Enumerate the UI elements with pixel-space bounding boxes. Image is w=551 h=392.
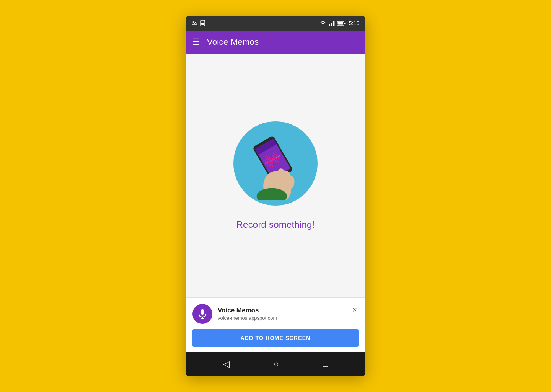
menu-icon[interactable]: ☰ [192, 38, 200, 46]
home-button[interactable]: ○ [274, 359, 279, 369]
sim-status-icon [200, 20, 205, 26]
svg-rect-5 [331, 23, 332, 26]
status-icons: 5:16 [320, 20, 359, 26]
recents-icon: □ [323, 359, 328, 369]
signal-icon [328, 21, 335, 26]
svg-rect-3 [201, 23, 204, 25]
home-icon: ○ [274, 359, 279, 369]
svg-rect-39 [201, 309, 204, 315]
phone-illustration [243, 127, 308, 200]
svg-rect-9 [344, 23, 345, 24]
illustration-circle [233, 121, 318, 206]
banner-top: Voice Memos voice-memos.appspot.com × [192, 304, 359, 324]
banner-app-name: Voice Memos [218, 306, 346, 315]
wifi-icon [320, 21, 326, 26]
app-icon [192, 304, 212, 324]
svg-rect-7 [334, 21, 335, 26]
phone-frame: 5:16 ☰ Voice Memos [186, 16, 365, 376]
back-icon: ◁ [223, 359, 230, 369]
battery-icon [337, 21, 346, 26]
record-text: Record something! [236, 219, 315, 230]
svg-point-1 [193, 21, 194, 23]
banner-text: Voice Memos voice-memos.appspot.com [218, 306, 346, 322]
main-content: Record something! [186, 54, 365, 297]
nav-bar: ◁ ○ □ [186, 352, 365, 376]
image-status-icon [192, 21, 198, 26]
back-button[interactable]: ◁ [223, 359, 230, 369]
svg-rect-6 [333, 21, 334, 26]
recents-button[interactable]: □ [323, 359, 328, 369]
close-button[interactable]: × [351, 304, 359, 316]
toolbar-title: Voice Memos [207, 37, 259, 47]
status-time: 5:16 [349, 20, 359, 26]
bottom-banner: Voice Memos voice-memos.appspot.com × AD… [186, 297, 365, 352]
status-bar: 5:16 [186, 16, 365, 31]
add-to-home-screen-button[interactable]: ADD TO HOME SCREEN [192, 329, 359, 347]
svg-rect-10 [337, 22, 343, 25]
microphone-icon [197, 309, 208, 319]
toolbar: ☰ Voice Memos [186, 31, 365, 54]
status-left-icons [192, 20, 205, 26]
svg-line-32 [279, 156, 279, 157]
svg-rect-4 [329, 24, 330, 26]
banner-url: voice-memos.appspot.com [218, 315, 346, 322]
